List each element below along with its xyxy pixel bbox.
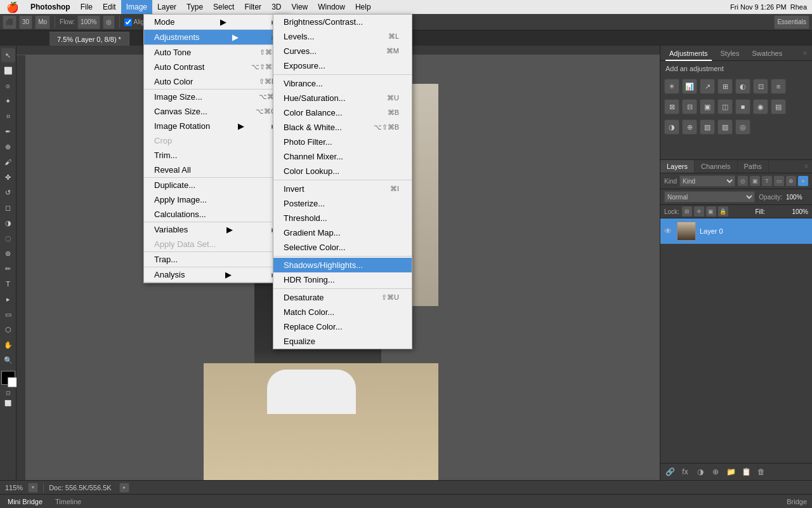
menu-select[interactable]: Select <box>208 0 239 14</box>
tool-marquee[interactable]: ⬜ <box>1 64 15 77</box>
adjustments-tab[interactable]: Adjustments <box>665 46 712 61</box>
tool-eraser[interactable]: ◻ <box>1 201 15 215</box>
adj-item-channel-mixer[interactable]: Channel Mixer... <box>273 149 412 164</box>
menu-item-variables[interactable]: Variables▶ <box>144 222 289 237</box>
menu-item-analysis[interactable]: Analysis▶ <box>144 267 289 282</box>
tool-pen[interactable]: ✏ <box>1 262 15 276</box>
adj-icon-invert[interactable]: ■ <box>735 99 750 114</box>
adj-icon-bw[interactable]: ⊠ <box>664 99 679 114</box>
mini-bridge-tab[interactable]: Mini Bridge <box>5 498 45 505</box>
adj-icon-photo-filter[interactable]: ⊟ <box>682 99 697 114</box>
adj-item-vibrance[interactable]: Vibrance... <box>273 76 412 91</box>
doc-info-btn[interactable]: ▸ <box>119 483 129 493</box>
menu-item-trap[interactable]: Trap... <box>144 252 289 267</box>
add-mask-btn[interactable]: ◑ <box>695 466 706 478</box>
menu-filter[interactable]: Filter <box>239 0 266 14</box>
adj-item-gradient-map[interactable]: Gradient Map... <box>273 225 412 240</box>
screen-mode-btn[interactable]: ⬜ <box>4 400 11 406</box>
lock-pixels-btn[interactable]: ⊞ <box>682 206 692 217</box>
adj-icon-hdr[interactable]: ▨ <box>717 119 733 135</box>
menu-image[interactable]: Image <box>121 0 152 14</box>
foreground-color-swatch[interactable] <box>1 371 15 385</box>
tool-hand[interactable]: ✋ <box>1 338 15 352</box>
menu-item-image-size[interactable]: Image Size... ⌥⌘I <box>144 90 289 104</box>
workspace-select-btn[interactable]: Essentials <box>774 15 809 29</box>
filter-kind-select[interactable]: Kind <box>679 175 735 187</box>
adj-item-curves[interactable]: Curves... ⌘M <box>273 44 412 58</box>
adj-item-selective-color[interactable]: Selective Color... <box>273 240 412 255</box>
quick-mask-btn[interactable]: ⊡ <box>6 390 11 396</box>
adj-icon-brightness[interactable]: ☀ <box>664 79 679 94</box>
adj-item-color-lookup[interactable]: Color Lookup... <box>273 164 412 178</box>
adj-icon-color-balance[interactable]: ≡ <box>771 79 786 94</box>
menu-window[interactable]: Window <box>313 0 350 14</box>
adj-item-invert[interactable]: Invert ⌘I <box>273 182 412 196</box>
tool-dodge[interactable]: ⊛ <box>1 246 15 260</box>
delete-layer-btn[interactable]: 🗑 <box>756 466 767 478</box>
adj-icon-vibrance[interactable]: ◐ <box>735 79 750 94</box>
menu-item-image-rotation[interactable]: Image Rotation▶ <box>144 119 289 133</box>
adj-icon-gradient-map[interactable]: ◑ <box>664 119 679 135</box>
new-adjustment-btn[interactable]: ⊕ <box>710 466 721 478</box>
adj-icon-selective-color[interactable]: ⊕ <box>682 119 697 135</box>
adj-item-color-balance[interactable]: Color Balance... ⌘B <box>273 105 412 120</box>
adj-icon-threshold[interactable]: ▤ <box>771 99 786 114</box>
timeline-tab[interactable]: Timeline <box>53 498 84 505</box>
new-layer-btn[interactable]: 📋 <box>740 466 752 478</box>
adj-item-replace-color[interactable]: Replace Color... <box>273 319 412 334</box>
adj-item-equalize[interactable]: Equalize <box>273 334 412 349</box>
tool-gradient[interactable]: ◑ <box>1 216 15 230</box>
menu-item-adjustments[interactable]: Adjustments▶ <box>144 30 289 44</box>
adj-item-brightness[interactable]: Brightness/Contrast... <box>273 15 412 29</box>
filter-toggle[interactable]: ● <box>798 176 808 186</box>
menu-3d[interactable]: 3D <box>266 0 286 14</box>
adj-icon-color-lookup[interactable]: ◫ <box>717 99 733 114</box>
menu-item-reveal-all[interactable]: Reveal All <box>144 163 289 177</box>
brush-size-btn[interactable]: 30 <box>19 15 32 29</box>
adj-item-hue-sat[interactable]: Hue/Saturation... ⌘U <box>273 91 412 105</box>
blend-mode-select[interactable]: Normal <box>664 191 755 203</box>
opacity-value[interactable]: 100% <box>786 194 808 201</box>
adj-icon-desaturate[interactable]: ◎ <box>735 119 750 135</box>
adj-item-bw[interactable]: Black & White... ⌥⇧⌘B <box>273 120 412 135</box>
flow-value-btn[interactable]: 100% <box>77 15 100 29</box>
adj-item-shadows-highlights[interactable]: Shadows/Highlights... <box>273 258 412 272</box>
tool-path-select[interactable]: ▸ <box>1 292 15 306</box>
adj-icon-exposure[interactable]: ⊞ <box>717 79 733 94</box>
filter-icon-adj[interactable]: ▣ <box>750 176 760 186</box>
adj-item-photo-filter[interactable]: Photo Filter... <box>273 135 412 149</box>
active-tab[interactable]: 7.5% (Layer 0, 8/8) * <box>49 32 129 46</box>
filter-icon-fx[interactable]: ◎ <box>738 176 748 186</box>
tool-history-brush[interactable]: ↺ <box>1 185 15 199</box>
adj-icon-hue-sat[interactable]: ⊡ <box>753 79 768 94</box>
tool-crop[interactable]: ⌗ <box>1 109 15 123</box>
styles-tab[interactable]: Styles <box>717 46 743 61</box>
new-group-btn[interactable]: 📁 <box>725 466 737 478</box>
swatches-tab[interactable]: Swatches <box>749 46 787 61</box>
menu-item-calculations[interactable]: Calculations... <box>144 207 289 222</box>
tool-move[interactable]: ↖ <box>1 48 15 62</box>
channels-tab[interactable]: Channels <box>695 160 737 173</box>
zoom-dropdown-btn[interactable]: ▾ <box>28 483 38 493</box>
menu-help[interactable]: Help <box>350 0 376 14</box>
tool-3d[interactable]: ⬡ <box>1 323 15 337</box>
tool-quick-select[interactable]: ✦ <box>1 94 15 108</box>
tool-healing-brush[interactable]: ⊕ <box>1 140 15 154</box>
adj-item-levels[interactable]: Levels... ⌘L <box>273 29 412 44</box>
layer-visibility-eye[interactable]: 👁 <box>664 227 673 236</box>
menu-type[interactable]: Type <box>181 0 208 14</box>
lock-artboard-btn[interactable]: ▣ <box>706 206 716 217</box>
menu-item-duplicate[interactable]: Duplicate... <box>144 178 289 192</box>
menu-view[interactable]: View <box>286 0 313 14</box>
tool-lasso[interactable]: ⌾ <box>1 79 15 93</box>
filter-icon-smart[interactable]: ⊕ <box>786 176 796 186</box>
aligned-checkbox[interactable] <box>124 18 132 26</box>
adj-item-exposure[interactable]: Exposure... <box>273 58 412 73</box>
adj-icon-channel-mixer[interactable]: ▣ <box>700 99 715 114</box>
adj-item-desaturate[interactable]: Desaturate ⇧⌘U <box>273 290 412 305</box>
panel-collapse-btn[interactable]: ≡ <box>803 50 807 57</box>
brush-preset-btn[interactable]: ⬛ <box>3 15 16 29</box>
adj-item-threshold[interactable]: Threshold... <box>273 211 412 225</box>
lock-all-btn[interactable]: 🔒 <box>718 206 728 217</box>
lock-position-btn[interactable]: ✛ <box>694 206 704 217</box>
